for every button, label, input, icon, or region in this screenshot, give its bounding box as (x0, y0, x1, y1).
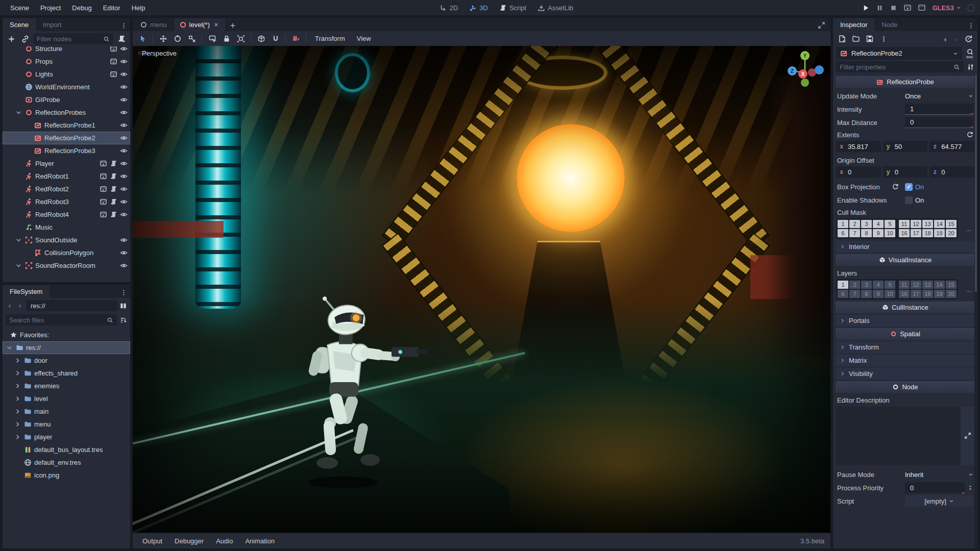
cull-mask-bit-11[interactable]: 11 (899, 220, 910, 228)
scene-tab-menu[interactable]: menu (135, 18, 173, 31)
layers-bit-6[interactable]: 6 (838, 290, 848, 298)
cull-mask-bit-12[interactable]: 12 (911, 220, 921, 228)
layers-bit-3[interactable]: 3 (861, 281, 872, 289)
cull-mask-bit-19[interactable]: 19 (934, 229, 945, 237)
script-button[interactable] (110, 211, 117, 218)
workspace-assetlib[interactable]: AssetLib (537, 4, 573, 12)
section-transform[interactable]: Transform (836, 341, 975, 353)
display-mode-toggle[interactable] (119, 302, 127, 310)
eye-button[interactable] (120, 121, 128, 129)
enable-shadows-checkbox[interactable]: On (905, 196, 973, 204)
layers-bit-15[interactable]: 15 (946, 281, 957, 289)
select-tool-button[interactable] (136, 33, 150, 45)
scene-tree-row[interactable]: RedRobot2 (3, 183, 130, 195)
property-tools-icon[interactable] (967, 63, 974, 71)
eye-button[interactable] (120, 160, 128, 167)
menu-project[interactable]: Project (35, 2, 66, 14)
filter-nodes-input[interactable] (37, 35, 101, 43)
revert-icon[interactable] (966, 131, 973, 138)
section-portals[interactable]: Portals (836, 315, 975, 327)
workspace-script[interactable]: Script (499, 4, 526, 12)
cull-mask-bit-6[interactable]: 6 (838, 229, 848, 237)
scene-button[interactable] (110, 70, 117, 78)
edited-object-select[interactable]: ReflectionProbe2 (836, 47, 962, 60)
filesystem-item[interactable]: level (3, 392, 130, 405)
scene-tree-row[interactable]: ReflectionProbes (3, 106, 130, 119)
distraction-free-toggle[interactable] (818, 21, 825, 29)
scene-tree-row[interactable]: RedRobot3 (3, 195, 130, 208)
cull-mask-more-button[interactable]: ... (966, 225, 974, 233)
origin-x-field[interactable]: x0 (836, 166, 881, 178)
bottom-tab-audio[interactable]: Audio (210, 535, 238, 547)
workspace-3d[interactable]: 3D (469, 4, 488, 12)
cull-mask-bit-17[interactable]: 17 (911, 229, 921, 237)
bottom-tab-debugger[interactable]: Debugger (169, 535, 209, 547)
filesystem-item[interactable]: main (3, 405, 130, 418)
menu-help[interactable]: Help (127, 2, 151, 14)
scene-button[interactable] (110, 46, 117, 53)
history-forward-button[interactable]: › (16, 302, 24, 310)
eye-button[interactable] (120, 262, 128, 269)
scene-tree-row[interactable]: SoundReactorRoom (3, 259, 130, 272)
process-priority-field[interactable]: 0 (905, 482, 965, 493)
play-custom-scene-button[interactable] (918, 4, 926, 12)
eye-button[interactable] (120, 58, 128, 65)
layers-bit-4[interactable]: 4 (873, 281, 884, 289)
filesystem-item[interactable]: default_bus_layout.tres (3, 443, 130, 456)
tab-scene[interactable]: Scene (3, 18, 36, 31)
cull-mask-bit-15[interactable]: 15 (946, 220, 957, 228)
layers-bit-2[interactable]: 2 (849, 281, 860, 289)
section-visibility[interactable]: Visibility (836, 368, 975, 380)
instance-scene-button[interactable] (19, 33, 31, 44)
scene-button[interactable] (100, 160, 107, 167)
chevron-right-icon[interactable] (14, 357, 21, 364)
perspective-menu[interactable]: ⋮ Perspective (138, 51, 148, 55)
scene-tree-row[interactable]: WorldEnvironment (3, 81, 130, 93)
scene-tree-row[interactable]: ReflectionProbe1 (3, 119, 130, 132)
layers-bit-18[interactable]: 18 (922, 290, 933, 298)
view-axis-gizmo[interactable]: Y Z X (783, 49, 826, 92)
dock-menu-icon[interactable] (968, 22, 974, 29)
eye-button[interactable] (120, 96, 128, 104)
scene-button[interactable] (100, 185, 107, 193)
filesystem-item[interactable]: player (3, 431, 130, 443)
new-resource-button[interactable] (836, 33, 848, 44)
open-docs-button[interactable]: DOC (965, 48, 974, 59)
update-mode-dropdown[interactable]: Once (905, 92, 973, 100)
cull-mask-bit-14[interactable]: 14 (934, 220, 945, 228)
filesystem-item[interactable]: res:// (3, 341, 130, 354)
scene-button[interactable] (100, 211, 107, 218)
scene-tree-row[interactable]: RedRobot1 (3, 170, 130, 183)
camera-override-toggle[interactable] (289, 33, 303, 45)
eye-button[interactable] (120, 172, 128, 180)
history-back-button[interactable]: ‹ (6, 302, 14, 310)
local-space-toggle[interactable] (254, 33, 268, 45)
script-button[interactable] (110, 172, 117, 180)
history-forward-button[interactable]: › (951, 35, 961, 43)
scene-tree-row[interactable]: Structure (3, 46, 130, 55)
eye-button[interactable] (120, 249, 128, 257)
scene-tree-row[interactable]: Props (3, 55, 130, 68)
tab-node[interactable]: Node (874, 18, 904, 31)
editor-description-input[interactable] (836, 407, 961, 465)
bottom-tab-output[interactable]: Output (137, 535, 168, 547)
save-resource-button[interactable] (864, 33, 876, 44)
chevron-down-icon[interactable] (15, 262, 22, 269)
layers-bit-19[interactable]: 19 (934, 290, 945, 298)
chevron-right-icon[interactable] (14, 382, 21, 390)
cull-mask-bit-16[interactable]: 16 (899, 229, 910, 237)
pause-button[interactable] (876, 4, 884, 12)
tab-inspector[interactable]: Inspector (833, 18, 874, 31)
max-distance-field[interactable]: 0 (905, 117, 973, 128)
chevron-right-icon[interactable] (14, 420, 21, 428)
eye-button[interactable] (120, 70, 128, 78)
move-tool-button[interactable] (156, 33, 170, 45)
scene-tree-row[interactable]: RedRobot4 (3, 208, 130, 221)
view-menu[interactable]: View (351, 33, 377, 44)
chevron-down-icon[interactable] (6, 344, 13, 352)
scene-tree-row[interactable]: Lights (3, 68, 130, 81)
layers-bit-20[interactable]: 20 (946, 290, 957, 298)
dock-menu-icon[interactable] (120, 289, 127, 296)
scale-tool-button[interactable] (185, 33, 199, 45)
layers-bit-11[interactable]: 11 (899, 281, 910, 289)
